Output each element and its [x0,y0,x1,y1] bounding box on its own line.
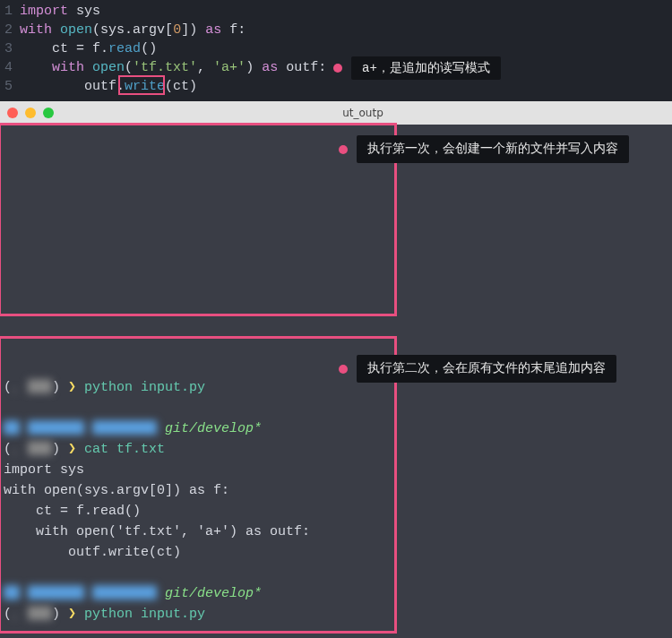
code-line[interactable]: 5 outf.write(ct) [0,77,672,96]
minimize-icon[interactable] [25,108,36,118]
blank-line [4,398,668,418]
highlight-first-run [0,123,397,316]
line-number: 5 [0,77,20,96]
blank-line [4,563,668,583]
code-content[interactable]: outf.write(ct) [20,77,672,96]
line-number: 4 [0,58,20,77]
code-content[interactable]: with open(sys.argv[0]) as f: [20,21,672,39]
line-number: 1 [0,2,20,21]
blank-line [4,625,668,638]
annotation-text: 执行第一次，会创建一个新的文件并写入内容 [357,135,629,163]
path-line: ██ ███████ ████████ git/develop* [4,418,668,439]
code-line[interactable]: 1import sys [0,2,672,21]
path-line: ██ ███████ ████████ git/develop* [4,583,668,604]
code-line[interactable]: 3 ct = f.read() [0,39,672,58]
prompt-line: (, ███) ❯ cat tf.txt [4,439,668,460]
window-title: ut_outp [61,107,665,119]
bullet-icon [339,145,348,154]
code-line[interactable]: 2with open(sys.argv[0]) as f: [0,21,672,39]
terminal[interactable]: 执行第一次，会创建一个新的文件并写入内容 执行第二次，会在原有文件的末尾追加内容… [0,125,672,638]
terminal-output: import sys [4,460,668,480]
code-content[interactable]: ct = f.read() [20,39,672,58]
bullet-icon [333,64,342,73]
terminal-output: with open(sys.argv[0]) as f: [4,480,668,501]
terminal-output: with open('tf.txt', 'a+') as outf: [4,522,668,542]
bullet-icon [339,365,348,374]
code-content[interactable]: import sys [20,2,672,21]
prompt-line: (, ███) ❯ python input.py [4,604,668,625]
annotation-text: 执行第二次，会在原有文件的末尾追加内容 [357,355,616,383]
annotation-text: a+，是追加的读写模式 [351,56,501,80]
code-editor: 1import sys2with open(sys.argv[0]) as f:… [0,0,672,101]
close-icon[interactable] [7,108,18,118]
maximize-icon[interactable] [43,108,54,118]
window-titlebar: ut_outp [0,101,672,125]
line-number: 3 [0,39,20,58]
annotation-aplus: a+，是追加的读写模式 [333,56,501,80]
annotation-first-run: 执行第一次，会创建一个新的文件并写入内容 [339,135,629,163]
line-number: 2 [0,21,20,39]
terminal-output: ct = f.read() [4,501,668,522]
terminal-output: outf.write(ct) [4,542,668,563]
annotation-second-run: 执行第二次，会在原有文件的末尾追加内容 [339,355,616,383]
